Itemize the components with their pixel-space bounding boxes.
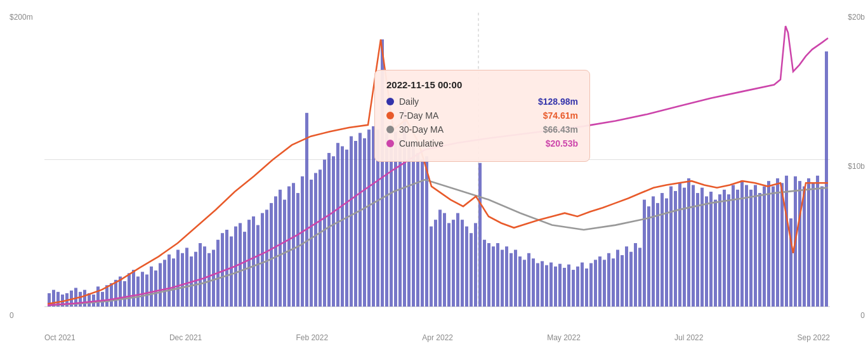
svg-rect-145: [678, 183, 681, 307]
svg-rect-156: [727, 194, 730, 307]
svg-rect-141: [661, 193, 664, 307]
svg-rect-123: [581, 263, 584, 307]
svg-rect-153: [714, 200, 717, 307]
y-left-top: $200m: [10, 13, 33, 22]
svg-rect-29: [163, 260, 166, 307]
svg-rect-82: [398, 138, 402, 307]
svg-rect-151: [705, 196, 708, 307]
svg-rect-169: [785, 176, 788, 307]
svg-rect-84: [407, 141, 411, 307]
svg-rect-86: [416, 153, 419, 307]
svg-rect-110: [523, 260, 526, 307]
svg-rect-66: [327, 153, 331, 307]
svg-rect-39: [207, 253, 211, 307]
svg-rect-120: [567, 265, 570, 307]
svg-rect-48: [247, 220, 251, 307]
svg-rect-161: [749, 190, 753, 307]
svg-rect-34: [185, 248, 188, 307]
svg-rect-125: [589, 263, 593, 307]
svg-rect-91: [438, 209, 442, 307]
y-right-bottom: 0: [848, 311, 865, 320]
svg-rect-127: [598, 256, 602, 307]
svg-rect-28: [159, 263, 162, 307]
x-label-dec2021: Dec 2021: [169, 333, 202, 342]
svg-rect-99: [474, 223, 477, 307]
svg-rect-26: [150, 267, 153, 307]
svg-rect-96: [461, 220, 464, 307]
svg-rect-53: [270, 203, 273, 307]
svg-rect-148: [692, 185, 695, 306]
svg-rect-65: [323, 159, 326, 306]
svg-rect-68: [336, 143, 339, 307]
svg-rect-63: [314, 173, 317, 307]
svg-rect-38: [203, 246, 206, 307]
svg-rect-44: [230, 236, 233, 306]
svg-rect-58: [292, 183, 295, 307]
svg-rect-74: [363, 138, 366, 307]
y-axis-left: $200m 0: [10, 13, 33, 320]
svg-rect-133: [625, 246, 628, 307]
svg-rect-85: [412, 146, 415, 307]
svg-rect-98: [470, 233, 473, 307]
svg-rect-118: [558, 264, 562, 307]
svg-rect-102: [487, 243, 490, 307]
svg-rect-142: [665, 199, 668, 307]
svg-rect-33: [181, 253, 184, 307]
svg-rect-43: [225, 230, 228, 307]
svg-rect-119: [563, 268, 566, 307]
svg-rect-113: [536, 263, 539, 307]
svg-rect-30: [168, 255, 171, 307]
svg-rect-69: [341, 146, 344, 307]
svg-rect-107: [510, 253, 513, 307]
svg-rect-166: [772, 187, 775, 307]
svg-rect-76: [372, 126, 375, 307]
svg-rect-79: [385, 133, 388, 307]
svg-rect-114: [541, 261, 544, 307]
svg-rect-89: [430, 227, 433, 307]
svg-rect-178: [825, 51, 828, 307]
svg-rect-55: [279, 190, 282, 307]
svg-rect-172: [798, 181, 801, 307]
svg-rect-177: [820, 187, 824, 307]
svg-rect-77: [376, 129, 379, 307]
x-label-sep2022: Sep 2022: [798, 333, 830, 342]
x-label-jul2022: Jul 2022: [674, 333, 703, 342]
x-label-feb2022: Feb 2022: [296, 333, 328, 342]
svg-rect-130: [612, 258, 615, 307]
svg-rect-164: [763, 187, 766, 307]
svg-rect-139: [652, 196, 655, 307]
svg-rect-52: [265, 209, 268, 307]
svg-rect-162: [754, 185, 757, 306]
svg-rect-73: [358, 133, 362, 307]
svg-rect-115: [545, 265, 548, 307]
svg-rect-83: [403, 110, 406, 307]
svg-rect-37: [199, 243, 202, 307]
svg-rect-92: [443, 213, 446, 307]
svg-rect-126: [594, 260, 597, 307]
svg-rect-103: [492, 246, 495, 307]
svg-rect-143: [669, 187, 673, 307]
svg-rect-17: [110, 283, 113, 307]
y-axis-right: $20b $10b 0: [848, 13, 865, 320]
svg-rect-165: [767, 181, 770, 307]
svg-rect-158: [736, 190, 739, 307]
svg-rect-64: [319, 169, 322, 307]
svg-rect-167: [776, 178, 779, 307]
svg-rect-160: [745, 185, 748, 306]
svg-rect-67: [332, 156, 335, 307]
svg-rect-106: [505, 246, 508, 307]
svg-rect-152: [709, 192, 713, 307]
svg-rect-132: [621, 255, 624, 307]
svg-rect-70: [345, 150, 348, 307]
bar-group: [48, 39, 828, 307]
svg-rect-157: [732, 185, 735, 306]
svg-rect-121: [572, 270, 575, 307]
svg-rect-122: [576, 267, 579, 307]
svg-rect-61: [305, 113, 308, 307]
svg-rect-22: [132, 270, 135, 307]
svg-rect-42: [221, 233, 224, 307]
svg-rect-154: [718, 194, 721, 307]
svg-rect-155: [723, 190, 726, 307]
svg-rect-112: [532, 258, 535, 307]
svg-rect-116: [549, 263, 553, 307]
